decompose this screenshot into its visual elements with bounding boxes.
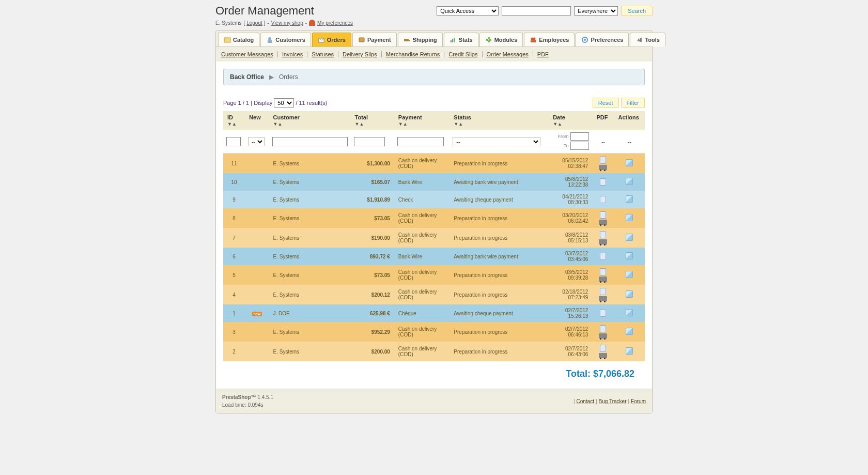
invoice-icon[interactable] (600, 325, 606, 332)
sort-icon[interactable]: ▼▲ (273, 121, 347, 127)
filter-total-input[interactable] (354, 137, 385, 146)
search-scope-select[interactable]: Everywhere (574, 6, 618, 16)
sort-icon[interactable]: ▼▲ (398, 121, 445, 127)
search-button[interactable]: Search (621, 6, 653, 16)
view-icon[interactable] (626, 234, 633, 241)
view-icon[interactable] (626, 347, 633, 355)
tab-tools[interactable]: Tools (630, 33, 665, 47)
table-row[interactable]: 6E. Systems893,72 €Bank WireAwaiting ban… (223, 248, 645, 265)
logout-link[interactable]: Logout (246, 20, 262, 26)
subtab-invoices[interactable]: Invoices (278, 51, 307, 57)
tab-payment[interactable]: Payment (352, 33, 397, 47)
table-row[interactable]: 3E. Systems$952.29Cash on delivery (COD)… (223, 322, 645, 342)
subtab-pdf[interactable]: PDF (533, 51, 553, 57)
delivery-icon[interactable] (599, 333, 607, 339)
col-status-header[interactable]: Status (454, 114, 471, 120)
view-icon[interactable] (626, 309, 633, 316)
view-shop-link[interactable]: View my shop (271, 20, 303, 26)
filter-payment-input[interactable] (397, 137, 444, 146)
footer-link-forum[interactable]: Forum (631, 399, 646, 404)
subtab-credit-slips[interactable]: Credit Slips (444, 51, 482, 57)
user-name: E. Systems (215, 20, 242, 26)
table-row[interactable]: 8E. Systems$73.05Cash on delivery (COD)P… (223, 208, 645, 228)
view-icon[interactable] (626, 290, 633, 298)
tab-stats[interactable]: Stats (444, 33, 478, 47)
table-row[interactable]: 5E. Systems$73.05Cash on delivery (COD)P… (223, 265, 645, 285)
invoice-icon[interactable] (600, 231, 606, 238)
filter-actions-placeholder: -- (614, 130, 645, 154)
table-row[interactable]: 2E. Systems$200.00Cash on delivery (COD)… (223, 342, 645, 361)
subtab-statuses[interactable]: Statuses (307, 51, 338, 57)
delivery-icon[interactable] (599, 239, 607, 244)
invoice-icon[interactable] (600, 157, 606, 164)
delivery-icon[interactable] (599, 296, 607, 301)
subtab-merchandise-returns[interactable]: Merchandise Returns (382, 51, 445, 57)
view-icon[interactable] (626, 271, 633, 278)
my-preferences-link[interactable]: My preferences (317, 20, 353, 26)
sort-icon[interactable]: ▼▲ (454, 121, 545, 127)
filter-button[interactable]: Filter (621, 98, 645, 108)
tab-orders[interactable]: Orders (312, 33, 351, 47)
quick-access-select[interactable]: Quick Access (437, 6, 499, 16)
invoice-icon[interactable] (600, 268, 606, 275)
subtab-customer-messages[interactable]: Customer Messages (221, 51, 278, 57)
invoice-icon[interactable] (600, 310, 606, 317)
delivery-icon[interactable] (599, 165, 607, 170)
view-icon[interactable] (626, 159, 633, 166)
col-id-header[interactable]: ID (227, 114, 233, 120)
table-row[interactable]: 7E. Systems$190.00Cash on delivery (COD)… (223, 228, 645, 248)
per-page-select[interactable]: 50 (274, 98, 294, 108)
search-input[interactable] (502, 6, 571, 16)
delivery-icon[interactable] (599, 277, 607, 282)
subtab-delivery-slips[interactable]: Delivery Slips (338, 51, 382, 57)
date-to-label: To (564, 143, 569, 148)
col-date-header[interactable]: Date (553, 114, 565, 120)
footer-link-bug-tracker[interactable]: Bug Tracker (599, 399, 627, 404)
filter-customer-input[interactable] (272, 137, 348, 146)
preferences-icon (309, 20, 315, 26)
sort-icon[interactable]: ▼▲ (355, 121, 390, 127)
svg-rect-8 (452, 39, 453, 42)
filter-new-select[interactable]: -- (248, 137, 265, 146)
table-row[interactable]: 11E. Systems$1,300.00Cash on delivery (C… (223, 154, 645, 174)
breadcrumb-root[interactable]: Back Office (230, 73, 264, 81)
tab-preferences[interactable]: Preferences (576, 33, 629, 47)
view-icon[interactable] (626, 328, 633, 335)
table-row[interactable]: 4E. Systems$200.12Cash on delivery (COD)… (223, 285, 645, 304)
table-row[interactable]: 9E. Systems$1,910.89CheckAwaiting cheque… (223, 191, 645, 208)
table-row[interactable]: 10E. Systems$165.07Bank WireAwaiting ban… (223, 173, 645, 191)
svg-rect-4 (359, 38, 364, 42)
delivery-icon[interactable] (599, 220, 607, 225)
col-payment-header[interactable]: Payment (398, 114, 422, 120)
view-icon[interactable] (626, 252, 633, 259)
subtab-order-messages[interactable]: Order Messages (483, 51, 533, 57)
tab-shipping[interactable]: Shipping (398, 33, 443, 47)
invoice-icon[interactable] (600, 288, 606, 295)
filter-status-select[interactable]: -- (453, 137, 540, 146)
invoice-icon[interactable] (600, 211, 606, 219)
sort-icon[interactable]: ▼▲ (553, 121, 588, 127)
total-label: Total: (566, 369, 591, 379)
col-total-header[interactable]: Total (355, 114, 368, 120)
tab-employees[interactable]: Employees (524, 33, 575, 47)
footer-link-contact[interactable]: Contact (576, 399, 594, 404)
tab-catalog[interactable]: Catalog (218, 33, 259, 47)
invoice-icon[interactable] (600, 178, 606, 186)
tab-customers[interactable]: Customers (260, 33, 311, 47)
invoice-icon[interactable] (600, 196, 606, 203)
tab-modules[interactable]: Modules (479, 33, 523, 47)
invoice-icon[interactable] (600, 253, 606, 260)
delivery-icon[interactable] (599, 353, 607, 358)
view-icon[interactable] (626, 214, 633, 221)
sort-icon[interactable]: ▼▲ (227, 121, 241, 127)
view-icon[interactable] (626, 178, 633, 185)
filter-date-from-input[interactable] (570, 132, 589, 141)
filter-date-to-input[interactable] (570, 142, 589, 150)
view-icon[interactable] (626, 195, 633, 203)
col-customer-header[interactable]: Customer (273, 114, 300, 120)
filter-id-input[interactable] (226, 137, 241, 146)
table-row[interactable]: 1newJ. DOE625,98 €ChèqueAwaiting cheque … (223, 304, 645, 322)
reset-button[interactable]: Reset (593, 98, 619, 108)
invoice-icon[interactable] (600, 345, 606, 352)
col-pdf-header: PDF (596, 114, 608, 120)
